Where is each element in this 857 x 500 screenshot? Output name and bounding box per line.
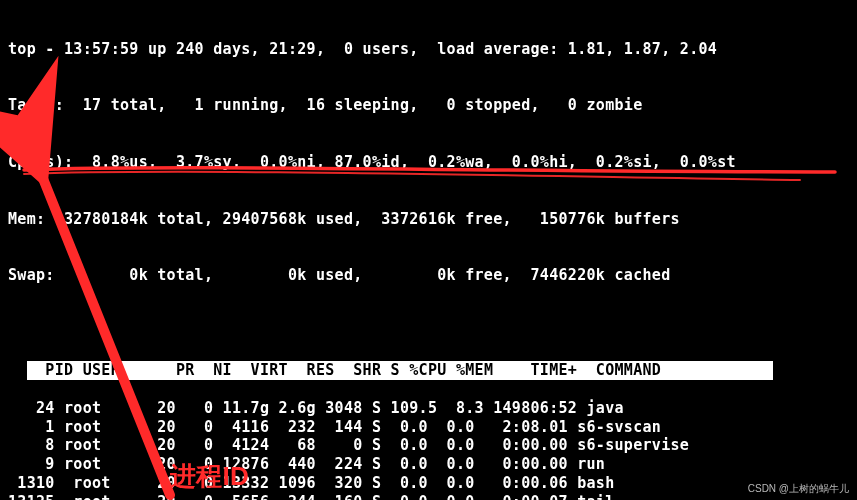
terminal-output: top - 13:57:59 up 240 days, 21:29, 0 use… [0,0,857,500]
watermark: CSDN @上树的蜗牛儿 [748,483,849,496]
summary-line-time: top - 13:57:59 up 240 days, 21:29, 0 use… [8,40,849,59]
summary-line-tasks: Tasks: 17 total, 1 running, 16 sleeping,… [8,96,849,115]
table-row: 1310 root 20 0 13332 1096 320 S 0.0 0.0 … [8,474,849,493]
column-headers: PID USER PR NI VIRT RES SHR S %CPU %MEM … [27,361,773,380]
table-row: 1 root 20 0 4116 232 144 S 0.0 0.0 2:08.… [8,418,849,437]
table-row: 13125 root 20 0 5656 244 160 S 0.0 0.0 0… [8,493,849,500]
table-row: 8 root 20 0 4124 68 0 S 0.0 0.0 0:00.00 … [8,436,849,455]
blank-line [8,323,849,342]
table-row: 24 root 20 0 11.7g 2.6g 3048 S 109.5 8.3… [8,399,849,418]
summary-line-cpu: Cpu(s): 8.8%us, 3.7%sy, 0.0%ni, 87.0%id,… [8,153,849,172]
process-list: 24 root 20 0 11.7g 2.6g 3048 S 109.5 8.3… [8,399,849,500]
summary-line-mem: Mem: 32780184k total, 29407568k used, 33… [8,210,849,229]
table-row: 9 root 20 0 12876 440 224 S 0.0 0.0 0:00… [8,455,849,474]
summary-line-swap: Swap: 0k total, 0k used, 0k free, 744622… [8,266,849,285]
